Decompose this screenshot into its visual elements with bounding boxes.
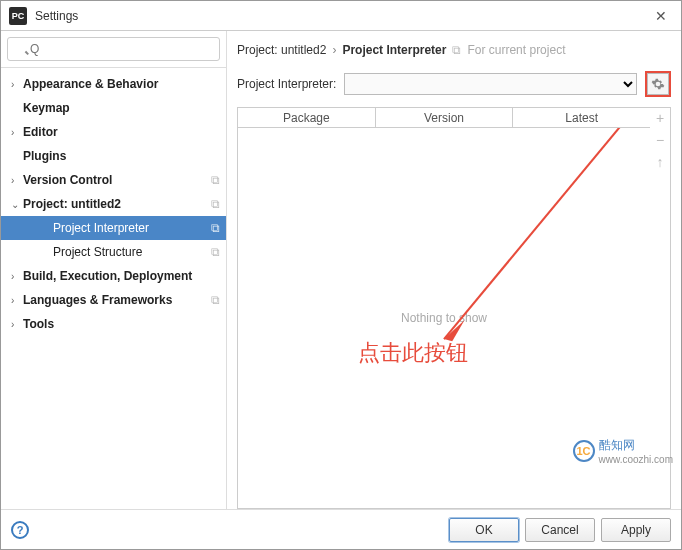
chevron-right-icon: › xyxy=(11,127,23,138)
help-button[interactable]: ? xyxy=(11,521,29,539)
search-input[interactable] xyxy=(7,37,220,61)
apply-button[interactable]: Apply xyxy=(601,518,671,542)
package-side-buttons: + − ↑ xyxy=(650,108,670,508)
sidebar-item-label: Editor xyxy=(23,125,220,139)
project-scope-icon: ⧉ xyxy=(211,221,220,235)
add-package-button[interactable]: + xyxy=(656,110,664,126)
crumb-current: Project Interpreter xyxy=(342,43,446,57)
project-scope-icon: ⧉ xyxy=(211,197,220,211)
sidebar: ›Appearance & BehaviorKeymap›EditorPlugi… xyxy=(1,31,227,509)
table-body: Nothing to show 点击此按钮 xyxy=(238,128,650,508)
sidebar-item-languages-frameworks[interactable]: ›Languages & Frameworks⧉ xyxy=(1,288,226,312)
sidebar-item-label: Project: untitled2 xyxy=(23,197,207,211)
annotation-text: 点击此按钮 xyxy=(358,338,468,368)
chevron-right-icon: › xyxy=(11,271,23,282)
settings-tree: ›Appearance & BehaviorKeymap›EditorPlugi… xyxy=(1,68,226,509)
sidebar-item-project-interpreter[interactable]: Project Interpreter⧉ xyxy=(1,216,226,240)
interpreter-label: Project Interpreter: xyxy=(237,77,336,91)
chevron-right-icon: › xyxy=(11,295,23,306)
sidebar-item-label: Plugins xyxy=(23,149,220,163)
sidebar-item-label: Build, Execution, Deployment xyxy=(23,269,220,283)
sidebar-item-label: Tools xyxy=(23,317,220,331)
sidebar-item-label: Project Interpreter xyxy=(53,221,207,235)
window-title: Settings xyxy=(35,9,649,23)
gear-highlight xyxy=(645,71,671,97)
col-version[interactable]: Version xyxy=(376,108,514,127)
remove-package-button[interactable]: − xyxy=(656,132,664,148)
sidebar-item-build-execution-deployment[interactable]: ›Build, Execution, Deployment xyxy=(1,264,226,288)
app-icon: PC xyxy=(9,7,27,25)
sidebar-item-appearance-behavior[interactable]: ›Appearance & Behavior xyxy=(1,72,226,96)
gear-icon[interactable] xyxy=(647,73,669,95)
sidebar-item-project-untitled2[interactable]: ⌄Project: untitled2⧉ xyxy=(1,192,226,216)
project-scope-icon: ⧉ xyxy=(211,245,220,259)
chevron-right-icon: › xyxy=(332,43,336,57)
sidebar-item-version-control[interactable]: ›Version Control⧉ xyxy=(1,168,226,192)
chevron-down-icon: ⌄ xyxy=(11,199,23,210)
upgrade-package-button[interactable]: ↑ xyxy=(657,154,664,170)
chevron-right-icon: › xyxy=(11,79,23,90)
col-latest[interactable]: Latest xyxy=(513,108,650,127)
close-icon[interactable]: ✕ xyxy=(649,8,673,24)
sidebar-item-keymap[interactable]: Keymap xyxy=(1,96,226,120)
empty-text: Nothing to show xyxy=(401,311,487,325)
sidebar-item-plugins[interactable]: Plugins xyxy=(1,144,226,168)
sidebar-item-editor[interactable]: ›Editor xyxy=(1,120,226,144)
sidebar-item-label: Version Control xyxy=(23,173,207,187)
main-panel: Project: untitled2 › Project Interpreter… xyxy=(227,31,681,509)
ok-button[interactable]: OK xyxy=(449,518,519,542)
project-scope-icon: ⧉ xyxy=(211,173,220,187)
breadcrumb: Project: untitled2 › Project Interpreter… xyxy=(237,39,671,67)
sidebar-item-tools[interactable]: ›Tools xyxy=(1,312,226,336)
sidebar-item-label: Project Structure xyxy=(53,245,207,259)
crumb-parent[interactable]: Project: untitled2 xyxy=(237,43,326,57)
sidebar-item-label: Keymap xyxy=(23,101,220,115)
sidebar-item-label: Languages & Frameworks xyxy=(23,293,207,307)
project-scope-icon: ⧉ xyxy=(211,293,220,307)
project-scope-icon: ⧉ xyxy=(452,43,461,57)
sidebar-item-label: Appearance & Behavior xyxy=(23,77,220,91)
svg-line-0 xyxy=(444,128,642,339)
interpreter-select[interactable] xyxy=(344,73,637,95)
crumb-note: For current project xyxy=(467,43,565,57)
chevron-right-icon: › xyxy=(11,319,23,330)
col-package[interactable]: Package xyxy=(238,108,376,127)
cancel-button[interactable]: Cancel xyxy=(525,518,595,542)
sidebar-item-project-structure[interactable]: Project Structure⧉ xyxy=(1,240,226,264)
chevron-right-icon: › xyxy=(11,175,23,186)
table-header: Package Version Latest xyxy=(238,108,650,128)
